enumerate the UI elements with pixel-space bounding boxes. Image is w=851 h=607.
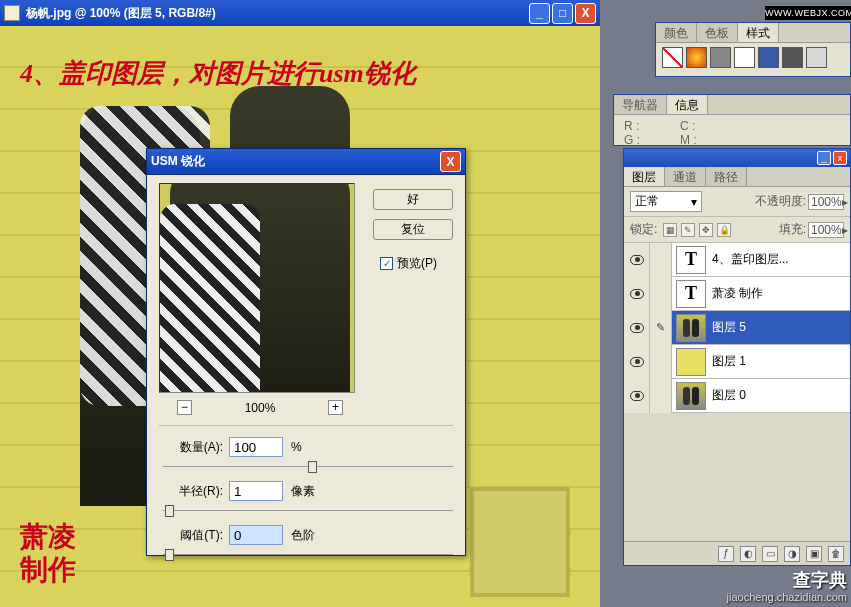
signature-line2: 制作 <box>20 553 76 587</box>
link-cell[interactable] <box>650 379 672 413</box>
link-cell[interactable] <box>650 243 672 277</box>
style-swatch[interactable] <box>710 47 731 68</box>
maximize-button[interactable]: □ <box>552 3 573 24</box>
visibility-toggle[interactable] <box>624 379 650 413</box>
amount-input[interactable] <box>229 437 283 457</box>
zoom-in-button[interactable]: + <box>328 400 343 415</box>
layer-row[interactable]: ✎ 图层 5 <box>624 311 850 345</box>
panel-minimize-button[interactable]: _ <box>817 151 831 165</box>
tab-info[interactable]: 信息 <box>667 95 708 114</box>
amount-label: 数量(A): <box>163 439 223 456</box>
lock-all-icon[interactable]: 🔒 <box>717 223 731 237</box>
tab-layers[interactable]: 图层 <box>624 167 665 186</box>
fill-input[interactable]: 100%▸ <box>808 222 844 238</box>
threshold-label: 阈值(T): <box>163 527 223 544</box>
tab-navigator[interactable]: 导航器 <box>614 95 667 114</box>
amount-unit: % <box>291 440 302 454</box>
tab-swatches[interactable]: 色板 <box>697 23 738 42</box>
navigator-panel: 导航器 信息 R : G : C : M : <box>613 94 851 146</box>
zoom-out-button[interactable]: − <box>177 400 192 415</box>
layer-row[interactable]: T 4、盖印图层... <box>624 243 850 277</box>
preview-box[interactable] <box>159 183 355 393</box>
lock-transparency-icon[interactable]: ▦ <box>663 223 677 237</box>
styles-row <box>656 43 850 72</box>
panel-close-button[interactable]: x <box>833 151 847 165</box>
info-r: R : <box>624 119 640 133</box>
style-swatch[interactable] <box>806 47 827 68</box>
link-cell[interactable]: ✎ <box>650 311 672 345</box>
tab-paths[interactable]: 路径 <box>706 167 747 186</box>
tab-styles[interactable]: 样式 <box>738 23 779 42</box>
chevron-right-icon: ▸ <box>842 223 848 237</box>
threshold-input[interactable] <box>229 525 283 545</box>
eye-icon <box>630 255 644 265</box>
amount-slider[interactable] <box>163 459 453 473</box>
opacity-input[interactable]: 100%▸ <box>808 194 844 210</box>
delete-layer-icon[interactable]: 🗑 <box>828 546 844 562</box>
window-title: 杨帆.jpg @ 100% (图层 5, RGB/8#) <box>26 5 529 22</box>
amount-row: 数量(A): % <box>163 437 453 457</box>
layer-mask-icon[interactable]: ◐ <box>740 546 756 562</box>
new-layer-icon[interactable]: ▣ <box>806 546 822 562</box>
link-cell[interactable] <box>650 277 672 311</box>
layer-row[interactable]: 图层 1 <box>624 345 850 379</box>
layer-list: T 4、盖印图层... T 萧凌 制作 ✎ 图层 5 图层 1 图层 0 <box>624 243 850 541</box>
layers-footer: ƒ ◐ ▭ ◑ ▣ 🗑 <box>624 541 850 565</box>
image-layer-thumb <box>676 382 706 410</box>
preview-checkbox-row[interactable]: ✓ 预览(P) <box>380 255 437 272</box>
visibility-toggle[interactable] <box>624 243 650 277</box>
layer-name: 图层 0 <box>710 387 850 404</box>
minimize-button[interactable]: _ <box>529 3 550 24</box>
link-cell[interactable] <box>650 345 672 379</box>
eye-icon <box>630 357 644 367</box>
ok-button[interactable]: 好 <box>373 189 453 210</box>
watermark-sub: jiaocheng.chazidian.com <box>727 591 847 603</box>
close-button[interactable]: X <box>575 3 596 24</box>
layers-tabs: 图层 通道 路径 <box>624 167 850 187</box>
layer-row[interactable]: T 萧凌 制作 <box>624 277 850 311</box>
visibility-toggle[interactable] <box>624 277 650 311</box>
preview-checkbox[interactable]: ✓ <box>380 257 393 270</box>
layers-panel-titlebar[interactable]: _ x <box>624 149 850 167</box>
radius-slider[interactable] <box>163 503 453 517</box>
info-readout: R : G : C : M : <box>614 115 850 151</box>
visibility-toggle[interactable] <box>624 345 650 379</box>
layer-row[interactable]: 图层 0 <box>624 379 850 413</box>
dialog-close-button[interactable]: X <box>440 151 461 172</box>
dialog-titlebar[interactable]: USM 锐化 X <box>147 149 465 175</box>
layer-name: 萧凌 制作 <box>710 285 850 302</box>
style-swatch[interactable] <box>734 47 755 68</box>
lock-label: 锁定: <box>630 221 657 238</box>
threshold-slider[interactable] <box>163 547 453 561</box>
zoom-value: 100% <box>245 401 276 415</box>
text-layer-icon: T <box>676 246 706 274</box>
tab-channels[interactable]: 通道 <box>665 167 706 186</box>
blend-mode-select[interactable]: 正常 ▾ <box>630 191 702 212</box>
nav-tabs: 导航器 信息 <box>614 95 850 115</box>
style-none-icon[interactable] <box>662 47 683 68</box>
threshold-unit: 色阶 <box>291 527 315 544</box>
lock-position-icon[interactable]: ✥ <box>699 223 713 237</box>
tab-color[interactable]: 颜色 <box>656 23 697 42</box>
layer-style-icon[interactable]: ƒ <box>718 546 734 562</box>
opacity-label: 不透明度: <box>755 193 806 210</box>
chevron-down-icon: ▾ <box>691 195 697 209</box>
adjustment-layer-icon[interactable]: ◑ <box>784 546 800 562</box>
reset-button[interactable]: 复位 <box>373 219 453 240</box>
layer-name: 图层 5 <box>710 319 850 336</box>
style-swatch[interactable] <box>758 47 779 68</box>
eye-icon <box>630 323 644 333</box>
window-titlebar[interactable]: 杨帆.jpg @ 100% (图层 5, RGB/8#) _ □ X <box>0 0 600 26</box>
color-panel-tabs: 颜色 色板 样式 <box>656 23 850 43</box>
radius-input[interactable] <box>229 481 283 501</box>
style-swatch[interactable] <box>686 47 707 68</box>
info-g: G : <box>624 133 640 147</box>
watermark-main: 查字典 <box>727 571 847 591</box>
lock-pixels-icon[interactable]: ✎ <box>681 223 695 237</box>
fill-value: 100% <box>811 223 842 237</box>
layer-name: 图层 1 <box>710 353 850 370</box>
radius-label: 半径(R): <box>163 483 223 500</box>
style-swatch[interactable] <box>782 47 803 68</box>
visibility-toggle[interactable] <box>624 311 650 345</box>
new-group-icon[interactable]: ▭ <box>762 546 778 562</box>
